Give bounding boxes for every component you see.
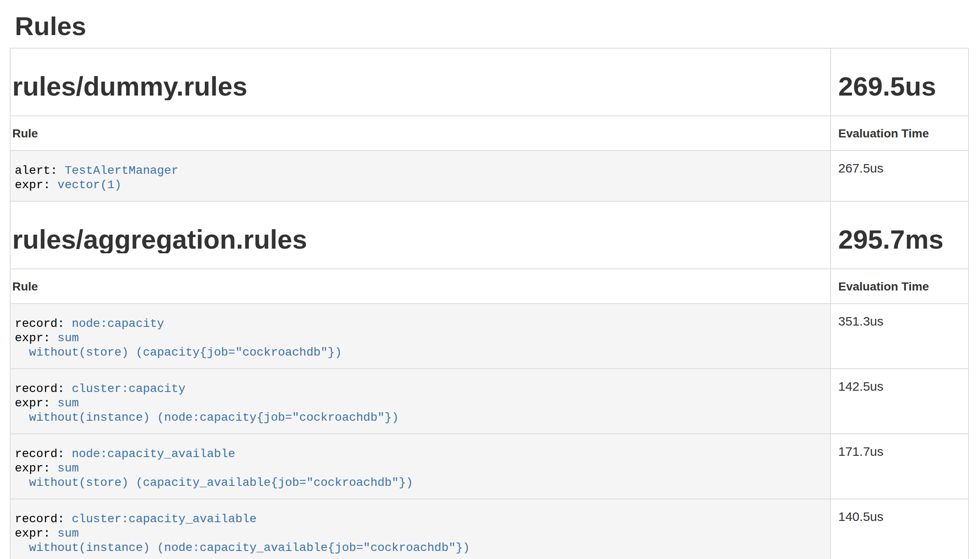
eval-time-value: 267.5us xyxy=(831,151,969,201)
rules-page: Rules rules/dummy.rules 269.5us Rule Eva… xyxy=(0,12,980,559)
eval-time-column-header: Evaluation Time xyxy=(831,116,969,151)
group-total-time-cell: 269.5us xyxy=(831,48,969,116)
rule-row: record: node:capacity expr: sum without(… xyxy=(10,304,969,369)
eval-time-value: 142.5us xyxy=(831,369,969,434)
record-name-link[interactable]: node:capacity_available xyxy=(72,447,235,460)
rule-definition: record: cluster:capacity_available expr:… xyxy=(11,499,830,559)
expr-link[interactable]: sum without(store) (capacity_available{j… xyxy=(15,462,413,489)
rule-row: record: cluster:capacity expr: sum witho… xyxy=(10,369,969,434)
page-title: Rules xyxy=(15,12,969,41)
rule-definition: record: node:capacity_available expr: su… xyxy=(11,434,830,499)
eval-time-value: 351.3us xyxy=(831,304,969,369)
rule-cell: record: cluster:capacity expr: sum witho… xyxy=(10,369,831,434)
expr-label: expr: xyxy=(15,397,58,410)
expr-link[interactable]: vector(1) xyxy=(58,178,121,192)
record-name-link[interactable]: cluster:capacity_available xyxy=(72,512,256,526)
expr-label: expr: xyxy=(15,178,58,192)
rule-row: record: cluster:capacity_available expr:… xyxy=(10,499,969,559)
group-total-eval-time: 295.7ms xyxy=(838,225,966,253)
eval-time-value: 171.7us xyxy=(831,434,969,499)
record-label: record: xyxy=(15,382,72,395)
expr-label: expr: xyxy=(15,527,58,540)
record-name-link[interactable]: node:capacity xyxy=(72,317,164,330)
rule-definition: record: cluster:capacity expr: sum witho… xyxy=(11,369,830,433)
expr-link[interactable]: sum without(store) (capacity{job="cockro… xyxy=(15,332,342,359)
record-name-link[interactable]: cluster:capacity xyxy=(72,382,185,395)
rule-cell: record: cluster:capacity_available expr:… xyxy=(10,499,831,559)
column-header-row: Rule Evaluation Time xyxy=(10,269,969,304)
record-label: record: xyxy=(15,447,72,460)
record-label: record: xyxy=(15,317,72,330)
rule-row: record: node:capacity_available expr: su… xyxy=(10,434,969,499)
group-file-cell: rules/aggregation.rules xyxy=(10,201,831,269)
group-header-row: rules/dummy.rules 269.5us xyxy=(10,48,969,116)
expr-link[interactable]: sum without(instance) (node:capacity{job… xyxy=(15,397,399,424)
rule-column-header: Rule xyxy=(10,116,831,151)
group-total-time-cell: 295.7ms xyxy=(831,201,969,269)
group-file-cell: rules/dummy.rules xyxy=(10,48,831,116)
rule-cell: record: node:capacity expr: sum without(… xyxy=(10,304,831,369)
column-header-row: Rule Evaluation Time xyxy=(10,116,969,151)
record-label: record: xyxy=(15,512,72,526)
expr-link[interactable]: sum without(instance) (node:capacity_ava… xyxy=(15,527,470,554)
rule-row: alert: TestAlertManager expr: vector(1) … xyxy=(10,151,969,201)
rule-column-header: Rule xyxy=(10,269,831,304)
rule-definition: alert: TestAlertManager expr: vector(1) xyxy=(11,151,830,201)
group-file-heading: rules/aggregation.rules xyxy=(12,225,829,253)
alert-name-link[interactable]: TestAlertManager xyxy=(65,164,179,177)
rule-cell: record: node:capacity_available expr: su… xyxy=(10,434,831,499)
alert-label: alert: xyxy=(15,164,65,177)
rule-definition: record: node:capacity expr: sum without(… xyxy=(11,304,830,368)
rule-cell: alert: TestAlertManager expr: vector(1) xyxy=(10,151,831,201)
group-header-row: rules/aggregation.rules 295.7ms xyxy=(10,201,969,269)
group-file-heading: rules/dummy.rules xyxy=(12,72,829,100)
group-total-eval-time: 269.5us xyxy=(838,72,966,100)
rules-table: rules/dummy.rules 269.5us Rule Evaluatio… xyxy=(10,48,969,559)
expr-label: expr: xyxy=(15,332,58,345)
eval-time-value: 140.5us xyxy=(831,499,969,559)
eval-time-column-header: Evaluation Time xyxy=(831,269,969,304)
expr-label: expr: xyxy=(15,462,58,475)
